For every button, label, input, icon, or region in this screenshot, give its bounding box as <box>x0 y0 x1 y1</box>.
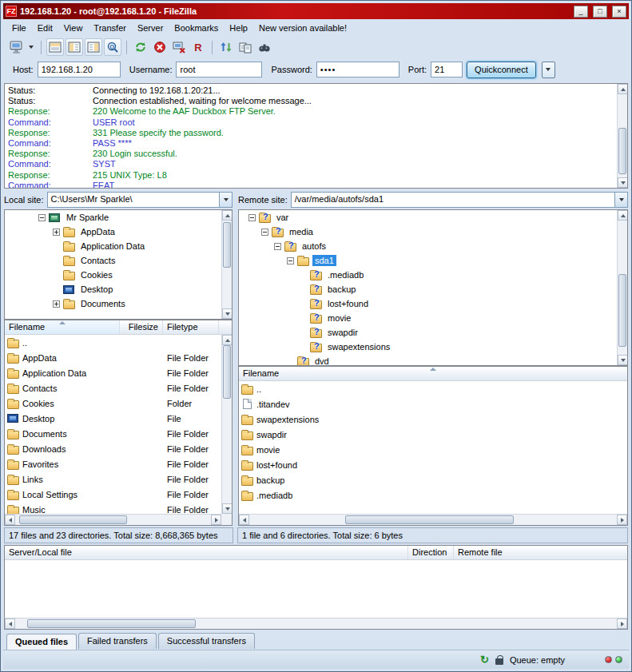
file-row[interactable]: .. <box>239 381 627 396</box>
log-vertical-scrollbar[interactable] <box>617 84 627 188</box>
column-header-direction[interactable]: Direction <box>408 546 454 559</box>
tree-item-swapdir[interactable]: swapdir <box>239 325 627 340</box>
local-site-combo[interactable]: C:\Users\Mr Sparkle\ <box>47 192 233 208</box>
combo-dropdown-icon[interactable] <box>219 193 232 207</box>
file-row[interactable]: backup <box>239 472 627 487</box>
find-files-icon[interactable] <box>256 38 273 56</box>
close-button[interactable]: × <box>612 6 626 18</box>
tree-item-contacts[interactable]: Contacts <box>5 253 232 268</box>
remote-list-horizontal-scrollbar[interactable] <box>239 514 627 525</box>
file-row[interactable]: .titandev <box>239 396 627 412</box>
tree-item-cookies[interactable]: Cookies <box>5 268 232 282</box>
file-row[interactable]: FavoritesFile Folder <box>5 456 221 471</box>
menu-server[interactable]: Server <box>132 21 169 35</box>
toggle-remote-tree-icon[interactable] <box>85 38 102 56</box>
column-header-filesize[interactable]: Filesize <box>120 320 163 334</box>
site-manager-icon[interactable] <box>7 38 25 56</box>
local-list-horizontal-scrollbar[interactable] <box>5 514 221 525</box>
tab-successful-transfers[interactable]: Successful transfers <box>158 633 255 649</box>
scroll-up-icon[interactable] <box>222 335 233 345</box>
local-list-vertical-scrollbar[interactable] <box>221 335 232 514</box>
cancel-icon[interactable] <box>151 38 169 56</box>
menu-edit[interactable]: Edit <box>32 21 58 35</box>
collapse-icon[interactable] <box>274 243 281 250</box>
scroll-down-icon[interactable] <box>222 503 233 514</box>
combo-dropdown-icon[interactable] <box>614 193 627 207</box>
refresh-icon[interactable] <box>132 38 149 56</box>
tree-item-appdata[interactable]: AppData <box>5 225 232 239</box>
file-row[interactable]: .mediadb <box>239 487 627 503</box>
tree-item-mr-sparkle[interactable]: Mr Sparkle <box>5 210 232 225</box>
scroll-down-icon[interactable] <box>222 308 233 319</box>
file-row[interactable]: Local SettingsFile Folder <box>5 487 221 502</box>
local-tree-vertical-scrollbar[interactable] <box>221 210 232 319</box>
file-row[interactable]: swapextensions <box>239 412 627 427</box>
menu-transfer[interactable]: Transfer <box>88 21 132 35</box>
column-header-server-local-file[interactable]: Server/Local file <box>5 546 408 559</box>
collapse-icon[interactable] <box>261 229 268 236</box>
disconnect-icon[interactable] <box>170 38 188 56</box>
column-header-filetype[interactable]: Filetype <box>163 320 219 334</box>
scroll-up-icon[interactable] <box>618 210 628 221</box>
file-row[interactable]: DownloadsFile Folder <box>5 441 221 456</box>
file-row[interactable]: lost+found <box>239 457 627 472</box>
file-row[interactable]: DocumentsFile Folder <box>5 426 221 441</box>
collapse-icon[interactable] <box>38 214 46 221</box>
collapse-icon[interactable] <box>287 257 294 264</box>
tree-item-backup[interactable]: backup <box>239 282 627 296</box>
scroll-left-icon[interactable] <box>5 618 15 629</box>
synchronized-browsing-icon[interactable] <box>237 38 254 56</box>
host-input[interactable] <box>38 62 121 78</box>
file-row[interactable]: DesktopFile <box>5 411 221 426</box>
scroll-up-icon[interactable] <box>222 210 233 221</box>
maximize-button[interactable]: □ <box>593 6 607 18</box>
column-header-filename[interactable]: Filename <box>239 367 627 380</box>
tree-item-documents[interactable]: Documents <box>5 296 232 311</box>
tree-item-media[interactable]: media <box>239 225 627 239</box>
file-row[interactable]: swapdir <box>239 427 627 442</box>
scroll-up-icon[interactable] <box>618 84 628 94</box>
tree-item-desktop[interactable]: Desktop <box>5 282 232 296</box>
remote-tree-vertical-scrollbar[interactable] <box>617 210 627 365</box>
file-row[interactable]: ContactsFile Folder <box>5 380 221 396</box>
file-row[interactable]: movie <box>239 442 627 457</box>
toggle-local-tree-icon[interactable] <box>66 38 83 56</box>
tree-item-swapextensions[interactable]: swapextensions <box>239 340 627 354</box>
port-input[interactable] <box>431 62 463 78</box>
username-input[interactable] <box>176 62 262 78</box>
tree-item-sda1[interactable]: sda1 <box>239 253 627 268</box>
file-row[interactable]: MusicFile Folder <box>5 502 221 514</box>
file-row[interactable]: AppDataFile Folder <box>5 350 221 365</box>
queue-horizontal-scrollbar[interactable] <box>5 618 627 629</box>
toggle-queue-view-icon[interactable]: Q <box>104 38 121 56</box>
column-header-filename[interactable]: Filename <box>5 320 120 334</box>
reconnect-icon[interactable]: R <box>189 38 207 56</box>
file-row[interactable]: Application DataFile Folder <box>5 365 221 380</box>
quickconnect-dropdown-icon[interactable] <box>542 62 555 78</box>
expand-icon[interactable] <box>53 229 60 236</box>
menu-help[interactable]: Help <box>224 21 253 35</box>
tab-queued-files[interactable]: Queued files <box>6 634 77 650</box>
tree-item-lost-found[interactable]: lost+found <box>239 296 627 311</box>
tree-item-autofs[interactable]: autofs <box>239 239 627 253</box>
file-row[interactable]: LinksFile Folder <box>5 471 221 487</box>
collapse-icon[interactable] <box>248 214 256 221</box>
sync-status-icon[interactable]: ↻ <box>480 656 489 664</box>
tree-item-dvd[interactable]: dvd <box>239 354 627 366</box>
scroll-right-icon[interactable] <box>617 618 627 629</box>
tab-failed-transfers[interactable]: Failed transfers <box>78 633 157 649</box>
menu-view[interactable]: View <box>58 21 89 35</box>
scroll-right-icon[interactable] <box>617 515 627 525</box>
password-input[interactable] <box>316 62 399 78</box>
quickconnect-button[interactable]: Quickconnect <box>467 62 536 78</box>
file-row[interactable]: CookiesFolder <box>5 396 221 411</box>
tree-item-mediadb[interactable]: .mediadb <box>239 268 627 282</box>
menu-new-version[interactable]: New version available! <box>253 21 352 35</box>
titlebar[interactable]: FZ 192.168.1.20 - root@192.168.1.20 - Fi… <box>3 3 629 19</box>
site-manager-dropdown-icon[interactable] <box>26 38 36 56</box>
menu-bookmarks[interactable]: Bookmarks <box>169 21 224 35</box>
lock-status-icon[interactable] <box>495 658 503 665</box>
remote-site-combo[interactable]: /var/media/autofs/sda1 <box>291 192 628 208</box>
scroll-down-icon[interactable] <box>618 355 628 365</box>
expand-icon[interactable] <box>53 300 60 308</box>
